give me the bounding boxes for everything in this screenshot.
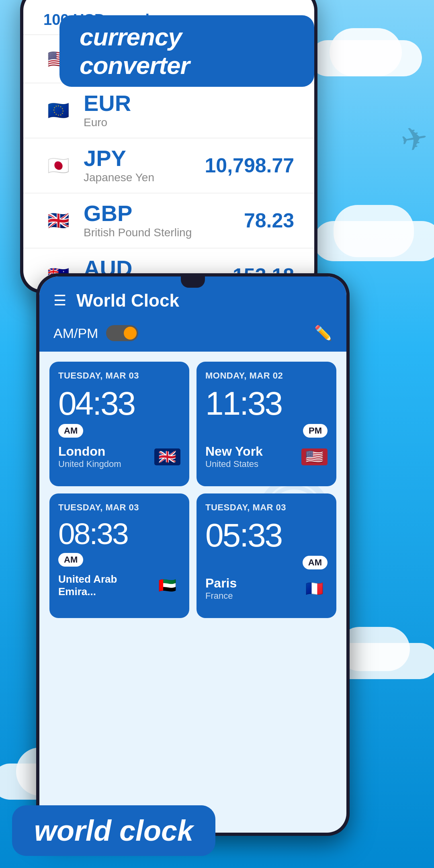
flag-newyork bbox=[301, 448, 328, 465]
flag-london bbox=[154, 448, 180, 465]
clock-card-newyork[interactable]: MONDAY, MAR 02 11:33 PM New York United … bbox=[197, 362, 336, 486]
currency-code-eur: EUR bbox=[84, 92, 294, 115]
cloud-2 bbox=[330, 28, 402, 76]
currency-row-gbp[interactable]: 🇬🇧 GBP British Pound Sterling 78.23 bbox=[23, 193, 314, 248]
hamburger-menu-icon[interactable]: ☰ bbox=[53, 292, 66, 309]
cloud-4 bbox=[334, 205, 414, 257]
edit-icon[interactable]: ✏️ bbox=[314, 325, 332, 342]
card-city-london: London bbox=[58, 444, 121, 459]
currency-name-gbp: British Pound Sterling bbox=[84, 226, 244, 239]
currency-info-gbp: GBP British Pound Sterling bbox=[84, 202, 244, 239]
card-time-paris: 05:33 bbox=[205, 519, 328, 552]
currency-info-jpy: JPY Japanese Yen bbox=[84, 147, 205, 184]
flag-jpy: 🇯🇵 bbox=[43, 151, 74, 181]
card-time-uae: 08:33 bbox=[58, 519, 180, 549]
flag-eur: 🇪🇺 bbox=[43, 96, 74, 126]
card-country-london: United Kingdom bbox=[58, 459, 121, 469]
currency-code-gbp: GBP bbox=[84, 202, 244, 225]
currency-row-eur[interactable]: 🇪🇺 EUR Euro bbox=[23, 83, 314, 138]
card-time-london: 04:33 bbox=[58, 387, 180, 420]
flag-gbp: 🇬🇧 bbox=[43, 206, 74, 236]
card-ampm-paris: AM bbox=[303, 556, 328, 569]
currency-converter-label: currency converter bbox=[59, 15, 314, 87]
flag-uae bbox=[154, 577, 180, 594]
ampm-toggle[interactable] bbox=[106, 325, 138, 341]
toggle-knob bbox=[124, 327, 137, 340]
currency-code-jpy: JPY bbox=[84, 147, 205, 170]
phone-notch bbox=[181, 276, 205, 288]
world-clock-screen: ☰ World Clock AM/PM ✏️ ✈ TUESDAY, MAR 03… bbox=[39, 276, 346, 833]
card-country-newyork: United States bbox=[205, 459, 263, 469]
card-bottom-uae: United Arab Emira... bbox=[58, 573, 180, 598]
currency-row-jpy[interactable]: 🇯🇵 JPY Japanese Yen 10,798.77 bbox=[23, 138, 314, 193]
world-clock-title: World Clock bbox=[76, 291, 332, 311]
card-city-newyork: New York bbox=[205, 444, 263, 459]
flag-paris bbox=[301, 580, 328, 597]
card-ampm-uae: AM bbox=[58, 553, 83, 567]
world-clock-label: world clock bbox=[12, 805, 215, 856]
card-date-paris: TUESDAY, MAR 03 bbox=[205, 502, 328, 513]
card-bottom-newyork: New York United States bbox=[205, 444, 328, 469]
currency-value-gbp: 78.23 bbox=[244, 209, 294, 232]
currency-phone: currency converter 100 USD equals: 🇺🇸 US… bbox=[20, 0, 317, 293]
currency-value-jpy: 10,798.77 bbox=[205, 154, 294, 177]
card-date-london: TUESDAY, MAR 03 bbox=[58, 371, 180, 381]
card-country-paris: France bbox=[205, 591, 237, 601]
card-city-paris: Paris bbox=[205, 576, 237, 591]
currency-name-jpy: Japanese Yen bbox=[84, 171, 205, 184]
card-ampm-london: AM bbox=[58, 424, 83, 438]
currency-phone-screen: currency converter 100 USD equals: 🇺🇸 US… bbox=[23, 0, 314, 290]
clock-card-london[interactable]: TUESDAY, MAR 03 04:33 AM London United K… bbox=[49, 362, 189, 486]
ampm-row: AM/PM ✏️ bbox=[39, 321, 346, 352]
clock-card-uae[interactable]: TUESDAY, MAR 03 08:33 AM United Arab Emi… bbox=[49, 493, 189, 618]
ampm-label: AM/PM bbox=[53, 326, 98, 341]
clock-grid: TUESDAY, MAR 03 04:33 AM London United K… bbox=[39, 352, 346, 628]
airplane-icon: ✈ bbox=[398, 119, 431, 160]
world-clock-phone: ☰ World Clock AM/PM ✏️ ✈ TUESDAY, MAR 03… bbox=[36, 273, 350, 836]
currency-info-eur: EUR Euro bbox=[84, 92, 294, 129]
card-date-uae: TUESDAY, MAR 03 bbox=[58, 502, 180, 513]
clock-card-paris[interactable]: TUESDAY, MAR 03 05:33 AM Paris France bbox=[197, 493, 336, 618]
card-date-newyork: MONDAY, MAR 02 bbox=[205, 371, 328, 381]
card-bottom-paris: Paris France bbox=[205, 576, 328, 601]
card-bottom-london: London United Kingdom bbox=[58, 444, 180, 469]
card-ampm-newyork: PM bbox=[303, 424, 328, 438]
card-time-newyork: 11:33 bbox=[205, 387, 328, 420]
card-city-uae: United Arab Emira... bbox=[58, 573, 154, 598]
currency-name-eur: Euro bbox=[84, 116, 294, 129]
